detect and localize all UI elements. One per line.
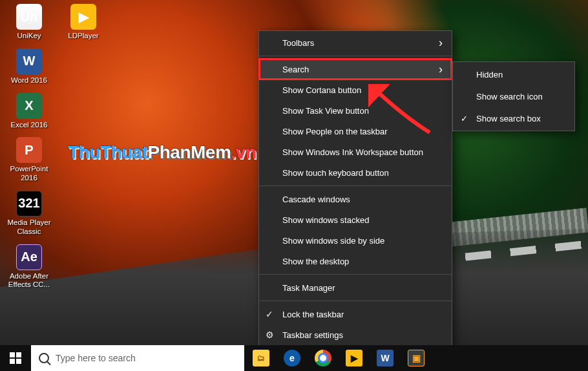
menu-item-show-windows-ink-workspace-button[interactable]: Show Windows Ink Workspace button <box>259 142 452 162</box>
menu-item-label: Show windows side by side <box>282 236 384 246</box>
desktop-icon-label: UniKey <box>17 32 41 41</box>
menu-separator <box>259 56 452 56</box>
menu-item-show-the-desktop[interactable]: Show the desktop <box>259 251 452 271</box>
ldplayer-icon: ▶ <box>70 4 96 30</box>
menu-item-label: Show People on the taskbar <box>282 127 388 136</box>
desktop-icon-excel[interactable]: XExcel 2016 <box>4 90 54 135</box>
start-button[interactable] <box>0 345 31 371</box>
menu-item-task-manager[interactable]: Task Manager <box>259 277 452 298</box>
explorer-icon: 🗂 <box>253 350 269 366</box>
vmware-icon: ▣ <box>408 350 425 366</box>
windows-logo-icon <box>10 352 21 364</box>
menu-item-lock-the-taskbar[interactable]: ✓Lock the taskbar <box>259 304 452 324</box>
menu-item-label: Toolbars <box>282 38 314 48</box>
menu-item-show-windows-stacked[interactable]: Show windows stacked <box>259 209 452 230</box>
menu-item-label: Show Windows Ink Workspace button <box>282 147 423 157</box>
menu-item-label: Lock the taskbar <box>282 310 344 319</box>
taskbar-app-chrome[interactable] <box>308 345 339 371</box>
ppt-icon: P <box>16 137 42 163</box>
taskbar-pinned-area: 🗂e▶W▣ <box>246 345 432 371</box>
desktop-icon-label: Word 2016 <box>11 76 47 85</box>
desktop-icon-label: Media Player Classic <box>5 218 53 237</box>
desktop-icon-label: Excel 2016 <box>11 121 48 130</box>
menu-item-show-cortana-button[interactable]: Show Cortana button <box>259 80 452 100</box>
menu-item-show-task-view-button[interactable]: Show Task View button <box>259 100 452 121</box>
menu-item-label: Show touch keyboard button <box>282 168 389 178</box>
submenu-item-label: Show search icon <box>476 92 543 101</box>
menu-item-label: Taskbar settings <box>282 330 343 340</box>
menu-item-label: Search <box>282 65 309 74</box>
search-placeholder-text: Type here to search <box>56 353 136 363</box>
menu-item-label: Cascade windows <box>282 195 350 204</box>
menu-item-show-people-on-the-taskbar[interactable]: Show People on the taskbar <box>259 121 452 142</box>
submenu-item-label: Hidden <box>476 70 503 80</box>
taskbar-app-word[interactable]: W <box>370 345 401 371</box>
desktop-icon-label: Adobe After Effects CC... <box>5 272 53 290</box>
menu-item-show-touch-keyboard-button[interactable]: Show touch keyboard button <box>259 162 452 183</box>
word-icon: W <box>377 350 394 366</box>
chrome-icon <box>315 350 331 366</box>
desktop-icon-ldplayer[interactable]: ▶LDPlayer <box>58 1 109 46</box>
menu-item-label: Show the desktop <box>282 257 349 266</box>
desktop-icon-label: PowerPoint 2016 <box>5 165 53 183</box>
taskbar: Type here to search 🗂e▶W▣ <box>0 345 588 371</box>
menu-item-cascade-windows[interactable]: Cascade windows <box>259 189 452 209</box>
search-icon <box>39 353 49 363</box>
menu-separator <box>259 301 452 301</box>
submenu-item-show-search-icon[interactable]: Show search icon <box>453 85 574 107</box>
menu-item-label: Show windows stacked <box>282 215 369 225</box>
submenu-item-show-search-box[interactable]: ✓Show search box <box>453 107 574 129</box>
taskbar-app-edge[interactable]: e <box>277 345 308 371</box>
unikey-icon: Un <box>16 4 42 30</box>
menu-item-toolbars[interactable]: Toolbars <box>259 32 452 53</box>
ldplayer-icon: ▶ <box>346 350 362 366</box>
submenu-item-hidden[interactable]: Hidden <box>453 63 574 85</box>
desktop-icon-word[interactable]: WWord 2016 <box>4 46 54 90</box>
menu-item-label: Show Task View button <box>282 106 369 116</box>
menu-separator <box>259 186 452 186</box>
word-icon: W <box>16 48 42 74</box>
search-submenu: HiddenShow search icon✓Show search box <box>452 61 575 131</box>
mpc-icon: 321 <box>16 191 42 217</box>
check-icon: ✓ <box>266 309 273 319</box>
edge-icon: e <box>284 350 300 366</box>
desktop-icons-area: UnUniKey▶LDPlayerWWord 2016XExcel 2016PP… <box>4 1 114 344</box>
ae-icon: Ae <box>16 244 42 270</box>
taskbar-search-box[interactable]: Type here to search <box>31 345 244 371</box>
menu-item-search[interactable]: Search <box>259 59 452 80</box>
desktop-icon-ae[interactable]: AeAdobe After Effects CC... <box>4 242 54 295</box>
taskbar-context-menu: ToolbarsSearchShow Cortana buttonShow Ta… <box>258 30 452 347</box>
taskbar-app-ldplayer[interactable]: ▶ <box>339 345 370 371</box>
menu-item-label: Task Manager <box>282 283 335 293</box>
menu-item-label: Show Cortana button <box>282 85 361 95</box>
gear-icon: ⚙ <box>266 330 274 340</box>
menu-item-show-windows-side-by-side[interactable]: Show windows side by side <box>259 230 452 251</box>
desktop-icon-label: LDPlayer <box>68 32 98 41</box>
taskbar-app-vmware[interactable]: ▣ <box>401 345 432 371</box>
menu-separator <box>259 274 452 275</box>
excel-icon: X <box>16 93 42 119</box>
desktop-icon-ppt[interactable]: PPowerPoint 2016 <box>4 134 54 188</box>
desktop-icon-mpc[interactable]: 321Media Player Classic <box>4 188 54 242</box>
menu-item-taskbar-settings[interactable]: ⚙Taskbar settings <box>259 324 452 345</box>
taskbar-app-explorer[interactable]: 🗂 <box>246 345 277 371</box>
submenu-item-label: Show search box <box>476 114 541 123</box>
desktop-icon-unikey[interactable]: UnUniKey <box>4 1 54 46</box>
check-icon: ✓ <box>461 114 468 123</box>
